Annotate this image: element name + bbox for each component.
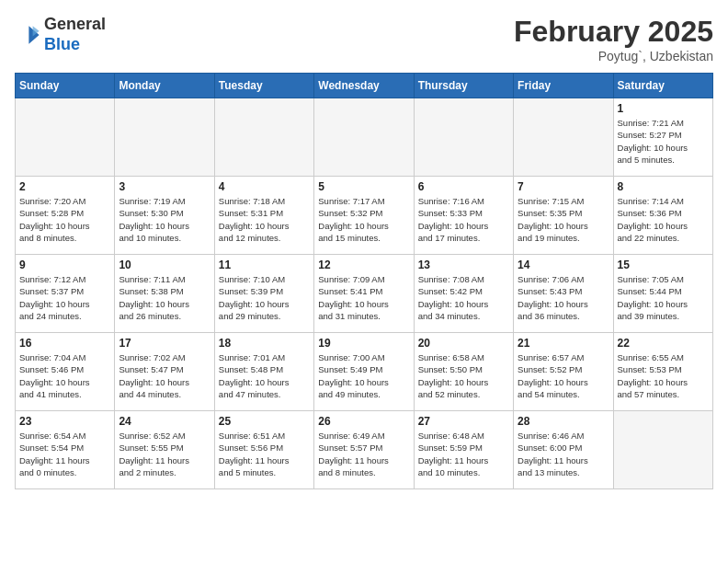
calendar-cell: 24Sunrise: 6:52 AMSunset: 5:55 PMDayligh… xyxy=(115,411,214,489)
day-number: 22 xyxy=(618,337,709,350)
logo: General Blue xyxy=(15,15,106,54)
calendar-cell xyxy=(115,98,214,177)
day-info: Sunrise: 7:00 AMSunset: 5:49 PMDaylight:… xyxy=(318,351,409,400)
day-info: Sunrise: 7:20 AMSunset: 5:28 PMDaylight:… xyxy=(19,195,110,244)
month-year: February 2025 xyxy=(514,15,713,49)
day-number: 3 xyxy=(119,180,210,193)
calendar-cell: 2Sunrise: 7:20 AMSunset: 5:28 PMDaylight… xyxy=(16,177,115,255)
day-number: 10 xyxy=(119,259,210,271)
calendar-cell xyxy=(514,98,613,177)
day-number: 18 xyxy=(219,337,310,350)
day-info: Sunrise: 7:08 AMSunset: 5:42 PMDaylight:… xyxy=(418,273,509,322)
calendar-week-row: 16Sunrise: 7:04 AMSunset: 5:46 PMDayligh… xyxy=(16,333,713,411)
calendar-cell: 20Sunrise: 6:58 AMSunset: 5:50 PMDayligh… xyxy=(414,333,513,411)
day-info: Sunrise: 6:49 AMSunset: 5:57 PMDaylight:… xyxy=(318,430,409,478)
day-number: 8 xyxy=(618,180,709,193)
calendar-week-row: 9Sunrise: 7:12 AMSunset: 5:37 PMDaylight… xyxy=(16,255,713,333)
day-info: Sunrise: 7:04 AMSunset: 5:46 PMDaylight:… xyxy=(19,351,110,400)
day-number: 26 xyxy=(318,415,409,428)
calendar-cell: 9Sunrise: 7:12 AMSunset: 5:37 PMDaylight… xyxy=(16,255,115,333)
day-number: 28 xyxy=(518,415,609,428)
calendar-cell: 25Sunrise: 6:51 AMSunset: 5:56 PMDayligh… xyxy=(214,411,313,489)
calendar: SundayMondayTuesdayWednesdayThursdayFrid… xyxy=(15,73,713,489)
day-info: Sunrise: 7:11 AMSunset: 5:38 PMDaylight:… xyxy=(119,273,210,322)
calendar-cell: 19Sunrise: 7:00 AMSunset: 5:49 PMDayligh… xyxy=(314,333,414,411)
day-info: Sunrise: 7:18 AMSunset: 5:31 PMDaylight:… xyxy=(219,195,310,244)
day-number: 27 xyxy=(418,415,509,428)
calendar-cell: 15Sunrise: 7:05 AMSunset: 5:44 PMDayligh… xyxy=(613,255,712,333)
calendar-cell: 6Sunrise: 7:16 AMSunset: 5:33 PMDaylight… xyxy=(414,177,513,255)
calendar-cell: 16Sunrise: 7:04 AMSunset: 5:46 PMDayligh… xyxy=(16,333,115,411)
weekday-row: SundayMondayTuesdayWednesdayThursdayFrid… xyxy=(16,74,713,98)
calendar-cell: 5Sunrise: 7:17 AMSunset: 5:32 PMDaylight… xyxy=(314,177,414,255)
day-number: 14 xyxy=(518,259,609,271)
day-number: 1 xyxy=(618,102,709,115)
calendar-body: 1Sunrise: 7:21 AMSunset: 5:27 PMDaylight… xyxy=(16,98,713,489)
weekday-header: Thursday xyxy=(414,74,513,98)
weekday-header: Tuesday xyxy=(214,74,313,98)
weekday-header: Sunday xyxy=(16,74,115,98)
calendar-cell: 22Sunrise: 6:55 AMSunset: 5:53 PMDayligh… xyxy=(613,333,712,411)
calendar-cell xyxy=(314,98,414,177)
day-info: Sunrise: 6:58 AMSunset: 5:50 PMDaylight:… xyxy=(418,351,509,400)
day-number: 11 xyxy=(219,259,310,271)
day-number: 24 xyxy=(119,415,210,428)
logo-blue: Blue xyxy=(44,35,80,53)
day-number: 13 xyxy=(418,259,509,271)
calendar-cell: 1Sunrise: 7:21 AMSunset: 5:27 PMDaylight… xyxy=(613,98,712,177)
day-info: Sunrise: 7:12 AMSunset: 5:37 PMDaylight:… xyxy=(19,273,110,322)
calendar-header: SundayMondayTuesdayWednesdayThursdayFrid… xyxy=(16,74,713,98)
calendar-cell xyxy=(214,98,313,177)
weekday-header: Saturday xyxy=(613,74,712,98)
calendar-cell: 8Sunrise: 7:14 AMSunset: 5:36 PMDaylight… xyxy=(613,177,712,255)
day-info: Sunrise: 6:52 AMSunset: 5:55 PMDaylight:… xyxy=(119,430,210,478)
day-number: 20 xyxy=(418,337,509,350)
calendar-cell: 28Sunrise: 6:46 AMSunset: 6:00 PMDayligh… xyxy=(514,411,613,489)
calendar-cell: 17Sunrise: 7:02 AMSunset: 5:47 PMDayligh… xyxy=(115,333,214,411)
day-number: 4 xyxy=(219,180,310,193)
day-info: Sunrise: 6:51 AMSunset: 5:56 PMDaylight:… xyxy=(219,430,310,478)
day-number: 21 xyxy=(518,337,609,350)
day-number: 5 xyxy=(318,180,409,193)
day-info: Sunrise: 7:09 AMSunset: 5:41 PMDaylight:… xyxy=(318,273,409,322)
day-info: Sunrise: 7:02 AMSunset: 5:47 PMDaylight:… xyxy=(119,351,210,400)
logo-general: General xyxy=(44,15,106,33)
calendar-cell xyxy=(16,98,115,177)
weekday-header: Friday xyxy=(514,74,613,98)
logo-icon xyxy=(15,22,40,48)
calendar-cell: 13Sunrise: 7:08 AMSunset: 5:42 PMDayligh… xyxy=(414,255,513,333)
day-info: Sunrise: 7:16 AMSunset: 5:33 PMDaylight:… xyxy=(418,195,509,244)
calendar-cell: 27Sunrise: 6:48 AMSunset: 5:59 PMDayligh… xyxy=(414,411,513,489)
calendar-cell: 11Sunrise: 7:10 AMSunset: 5:39 PMDayligh… xyxy=(214,255,313,333)
day-info: Sunrise: 7:21 AMSunset: 5:27 PMDaylight:… xyxy=(618,117,709,166)
title-block: February 2025 Poytug`, Uzbekistan xyxy=(514,15,713,63)
calendar-cell: 18Sunrise: 7:01 AMSunset: 5:48 PMDayligh… xyxy=(214,333,313,411)
calendar-cell: 21Sunrise: 6:57 AMSunset: 5:52 PMDayligh… xyxy=(514,333,613,411)
day-info: Sunrise: 7:17 AMSunset: 5:32 PMDaylight:… xyxy=(318,195,409,244)
day-info: Sunrise: 6:57 AMSunset: 5:52 PMDaylight:… xyxy=(518,351,609,400)
calendar-week-row: 23Sunrise: 6:54 AMSunset: 5:54 PMDayligh… xyxy=(16,411,713,489)
calendar-cell: 14Sunrise: 7:06 AMSunset: 5:43 PMDayligh… xyxy=(514,255,613,333)
calendar-cell: 3Sunrise: 7:19 AMSunset: 5:30 PMDaylight… xyxy=(115,177,214,255)
day-info: Sunrise: 6:55 AMSunset: 5:53 PMDaylight:… xyxy=(618,351,709,400)
day-info: Sunrise: 7:14 AMSunset: 5:36 PMDaylight:… xyxy=(618,195,709,244)
day-info: Sunrise: 6:54 AMSunset: 5:54 PMDaylight:… xyxy=(19,430,110,478)
calendar-cell: 10Sunrise: 7:11 AMSunset: 5:38 PMDayligh… xyxy=(115,255,214,333)
calendar-cell: 26Sunrise: 6:49 AMSunset: 5:57 PMDayligh… xyxy=(314,411,414,489)
day-info: Sunrise: 6:46 AMSunset: 6:00 PMDaylight:… xyxy=(518,430,609,478)
day-number: 23 xyxy=(19,415,110,428)
weekday-header: Monday xyxy=(115,74,214,98)
logo-text: General Blue xyxy=(44,15,106,54)
day-info: Sunrise: 6:48 AMSunset: 5:59 PMDaylight:… xyxy=(418,430,509,478)
day-number: 12 xyxy=(318,259,409,271)
header: General Blue February 2025 Poytug`, Uzbe… xyxy=(15,15,713,63)
day-info: Sunrise: 7:10 AMSunset: 5:39 PMDaylight:… xyxy=(219,273,310,322)
location: Poytug`, Uzbekistan xyxy=(514,49,713,63)
day-info: Sunrise: 7:01 AMSunset: 5:48 PMDaylight:… xyxy=(219,351,310,400)
calendar-cell: 23Sunrise: 6:54 AMSunset: 5:54 PMDayligh… xyxy=(16,411,115,489)
day-number: 9 xyxy=(19,259,110,271)
calendar-week-row: 2Sunrise: 7:20 AMSunset: 5:28 PMDaylight… xyxy=(16,177,713,255)
calendar-cell: 4Sunrise: 7:18 AMSunset: 5:31 PMDaylight… xyxy=(214,177,313,255)
day-info: Sunrise: 7:15 AMSunset: 5:35 PMDaylight:… xyxy=(518,195,609,244)
day-number: 16 xyxy=(19,337,110,350)
